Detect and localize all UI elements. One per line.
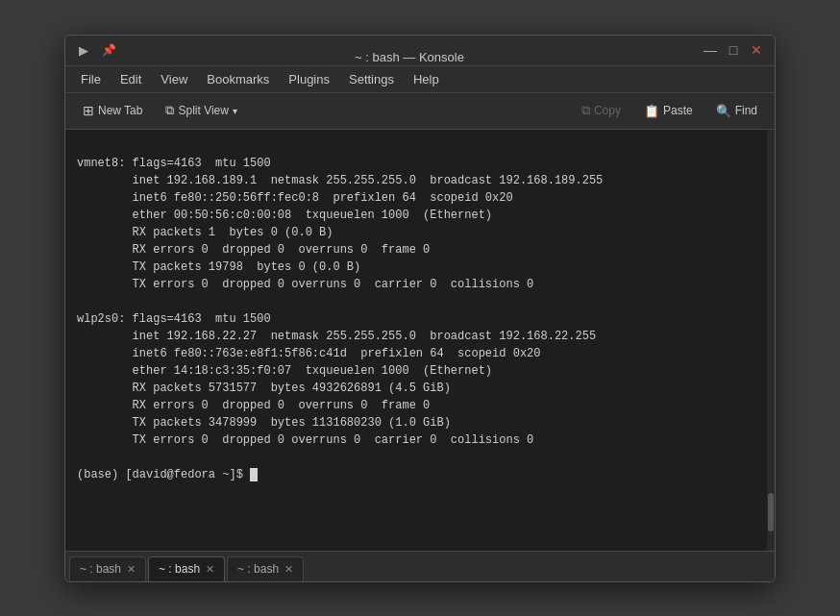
copy-icon: ⧉: [581, 103, 590, 118]
menu-edit[interactable]: Edit: [112, 69, 149, 89]
split-view-icon: ⧉: [165, 103, 174, 118]
tab-label: ~ : bash: [80, 562, 121, 576]
new-tab-button[interactable]: ⊞ New Tab: [73, 99, 152, 122]
terminal-icon: ▶: [75, 41, 92, 59]
find-label: Find: [735, 104, 757, 117]
tab-close-icon[interactable]: ✕: [284, 563, 293, 576]
paste-button[interactable]: 📋 Paste: [634, 100, 703, 122]
find-button[interactable]: 🔍 Find: [706, 100, 767, 122]
paste-icon: 📋: [644, 104, 659, 118]
split-view-label: Split View: [178, 104, 228, 117]
paste-label: Paste: [663, 104, 693, 117]
window-title: ~ : bash — Konsole: [355, 50, 464, 64]
copy-label: Copy: [594, 104, 621, 117]
scrollbar-thumb[interactable]: [768, 493, 774, 531]
terminal-output[interactable]: vmnet8: flags=4163 mtu 1500 inet 192.168…: [65, 130, 767, 551]
find-icon: 🔍: [716, 104, 731, 118]
pin-icon[interactable]: 📌: [100, 41, 117, 59]
toolbar: ⊞ New Tab ⧉ Split View ▾ ⧉ Copy 📋 Paste …: [65, 93, 775, 130]
konsole-window: ▶ 📌 ~ : bash — Konsole — □ ✕ File Edit V…: [64, 35, 776, 582]
menubar: File Edit View Bookmarks Plugins Setting…: [65, 66, 775, 93]
new-tab-icon: ⊞: [83, 103, 94, 118]
titlebar: ▶ 📌 ~ : bash — Konsole — □ ✕: [65, 36, 775, 66]
tab-1[interactable]: ~ : bash✕: [148, 556, 225, 581]
copy-button[interactable]: ⧉ Copy: [572, 99, 630, 122]
split-view-button[interactable]: ⧉ Split View ▾: [156, 99, 246, 122]
menu-plugins[interactable]: Plugins: [281, 69, 337, 89]
minimize-button[interactable]: —: [702, 41, 719, 59]
menu-file[interactable]: File: [73, 69, 109, 89]
maximize-button[interactable]: □: [725, 41, 742, 59]
window-controls: — □ ✕: [702, 41, 765, 59]
tab-label: ~ : bash: [237, 562, 279, 576]
tabbar: ~ : bash✕~ : bash✕~ : bash✕: [65, 551, 775, 581]
scrollbar[interactable]: [767, 130, 775, 551]
menu-settings[interactable]: Settings: [341, 69, 402, 89]
titlebar-left: ▶ 📌: [75, 41, 117, 59]
tab-close-icon[interactable]: ✕: [206, 563, 214, 576]
menu-help[interactable]: Help: [406, 69, 447, 89]
close-button[interactable]: ✕: [748, 41, 765, 59]
split-view-chevron-icon: ▾: [233, 106, 237, 116]
new-tab-label: New Tab: [98, 104, 142, 117]
tab-2[interactable]: ~ : bash✕: [227, 556, 304, 581]
tab-label: ~ : bash: [159, 562, 200, 576]
terminal-cursor: [250, 468, 258, 481]
terminal-area: vmnet8: flags=4163 mtu 1500 inet 192.168…: [65, 130, 775, 551]
menu-bookmarks[interactable]: Bookmarks: [199, 69, 277, 89]
menu-view[interactable]: View: [153, 69, 195, 89]
tab-close-icon[interactable]: ✕: [127, 563, 136, 576]
tab-0[interactable]: ~ : bash✕: [69, 556, 146, 581]
